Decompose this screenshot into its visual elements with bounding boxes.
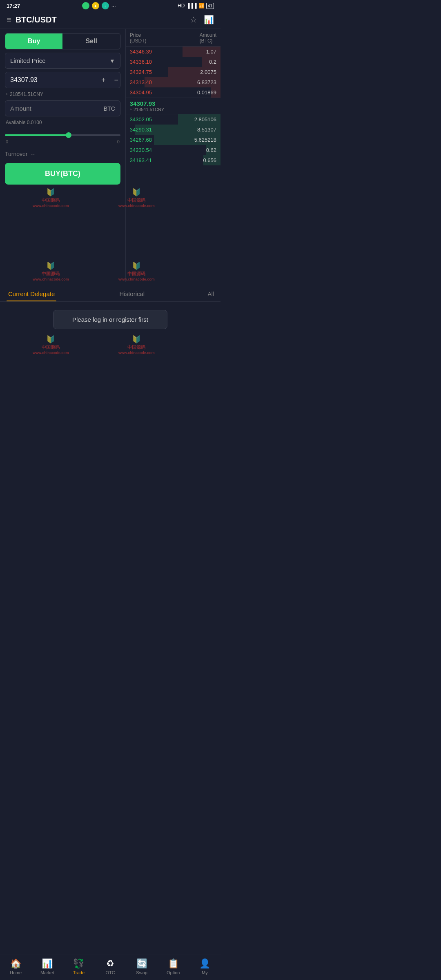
bid-amount: 2.805106 [194, 116, 216, 122]
slider-thumb[interactable] [66, 132, 71, 138]
ask-amount: 6.83723 [197, 79, 216, 85]
header-icons: ☆ 📊 [190, 15, 214, 24]
turnover-row: Turnover -- [5, 150, 120, 158]
bid-amount: 0.656 [203, 157, 216, 163]
hd-badge: HD [178, 3, 185, 9]
header-left: ≡ BTC/USDT [7, 15, 57, 24]
bid-price: 34193.41 [130, 157, 152, 163]
bid-amount: 0.62 [206, 147, 216, 153]
page-title: BTC/USDT [16, 15, 57, 24]
chevron-down-icon: ▼ [109, 58, 115, 64]
status-right: HD ▐▐▐ 📶 41 [178, 3, 214, 9]
page-header: ≡ BTC/USDT ☆ 📊 [0, 11, 220, 29]
ask-amount: 2.0075 [200, 69, 216, 75]
ask-amount: 1.07 [206, 49, 216, 55]
delegate-tabs: Current Delegate Historical All [0, 286, 220, 302]
price-input-row: + − [5, 72, 120, 88]
ask-row: 34313.40 6.83723 [126, 77, 220, 87]
delegate-section: Current Delegate Historical All Please l… [0, 282, 220, 341]
ask-row: 34346.39 1.07 [126, 47, 220, 57]
price-column-header: Price(USDT) [130, 32, 147, 44]
available-balance: Available 0.0100 [5, 120, 120, 125]
buy-btc-button[interactable]: BUY(BTC) [5, 163, 120, 185]
amount-slider[interactable]: 0 0 [5, 129, 120, 147]
slider-ticks: 0 0 [5, 139, 120, 144]
price-input[interactable] [5, 72, 97, 88]
more-icon: ··· [111, 3, 116, 9]
sell-tab[interactable]: Sell [62, 33, 120, 49]
historical-tab[interactable]: Historical [118, 286, 146, 301]
bid-row: 34290.31 8.51307 [126, 125, 220, 135]
bid-amount: 5.625218 [194, 137, 216, 143]
battery-indicator: 41 [206, 3, 214, 9]
amount-column-header: Amount(BTC) [200, 32, 216, 44]
status-icons: ● ● ↓ ··· [82, 2, 116, 9]
amount-input-row[interactable]: Amount BTC [5, 100, 120, 116]
amount-unit: BTC [104, 105, 115, 112]
ask-row: 34304.95 0.01869 [126, 87, 220, 98]
main-container: Buy Sell Limited Price ▼ + − ≈ 218541.51… [0, 29, 220, 282]
signal-icon: ▐▐▐ [186, 3, 197, 9]
left-panel: Buy Sell Limited Price ▼ + − ≈ 218541.51… [0, 29, 126, 282]
available-value: 0.0100 [27, 120, 42, 125]
ask-amount: 0.01869 [197, 89, 216, 96]
status-bar: 17:27 ● ● ↓ ··· HD ▐▐▐ 📶 41 [0, 0, 220, 11]
bid-row: 34193.41 0.656 [126, 155, 220, 165]
mid-price-row: 34307.93 ≈ 218541.51CNY [126, 98, 220, 114]
current-delegate-tab[interactable]: Current Delegate [7, 286, 56, 301]
ask-price: 34304.95 [130, 89, 152, 96]
ask-rows: 34346.39 1.07 34336.10 0.2 34324.75 2.00… [126, 47, 220, 98]
ask-price: 34336.10 [130, 59, 152, 65]
bid-row: 34302.05 2.805106 [126, 114, 220, 125]
wifi-icon: 📶 [198, 3, 205, 9]
turnover-label: Turnover [5, 151, 28, 157]
mid-price: 34307.93 [130, 100, 156, 107]
ask-price: 34324.75 [130, 69, 152, 75]
ask-row: 34324.75 2.0075 [126, 67, 220, 77]
price-stepper: + − [97, 73, 120, 88]
bid-amount: 8.51307 [197, 127, 216, 133]
chart-button[interactable]: 📊 [204, 15, 214, 24]
cny-equivalent: ≈ 218541.51CNY [5, 91, 120, 97]
bid-price: 34230.54 [130, 147, 152, 153]
bottom-spacer [0, 341, 220, 374]
bid-price: 34290.31 [130, 127, 152, 133]
ask-price: 34346.39 [130, 49, 152, 55]
bid-row: 34267.68 5.625218 [126, 135, 220, 145]
slider-track [5, 134, 120, 136]
price-increase-button[interactable]: + [97, 73, 110, 88]
notification-icon-3: ↓ [102, 2, 109, 9]
order-book-header: Price(USDT) Amount(BTC) [126, 29, 220, 47]
slider-max: 0 [117, 139, 120, 144]
all-link[interactable]: All [207, 291, 214, 297]
login-prompt: Please log in or register first [53, 310, 167, 329]
ask-row: 34336.10 0.2 [126, 57, 220, 67]
price-type-dropdown[interactable]: Limited Price ▼ [5, 53, 120, 69]
price-decrease-button[interactable]: − [110, 73, 120, 88]
notification-icon-2: ● [92, 2, 99, 9]
buy-sell-tabs: Buy Sell [5, 33, 120, 49]
bid-rows: 34302.05 2.805106 34290.31 8.51307 34267… [126, 114, 220, 165]
available-label: Available [6, 120, 25, 125]
notification-icon-1: ● [82, 2, 89, 9]
turnover-value: -- [31, 151, 35, 157]
amount-label: Amount [10, 105, 31, 112]
order-book: Price(USDT) Amount(BTC) 34346.39 1.07 34… [126, 29, 220, 282]
ask-amount: 0.2 [209, 59, 216, 65]
bid-row: 34230.54 0.62 [126, 145, 220, 155]
slider-fill [5, 134, 69, 136]
slider-min: 0 [6, 139, 8, 144]
favorite-button[interactable]: ☆ [190, 15, 197, 24]
bid-price: 34302.05 [130, 116, 152, 122]
menu-button[interactable]: ≡ [7, 15, 11, 24]
mid-cny: ≈ 218541.51CNY [130, 107, 164, 112]
ask-price: 34313.40 [130, 79, 152, 85]
buy-tab[interactable]: Buy [5, 33, 62, 49]
status-time: 17:27 [7, 3, 20, 9]
dropdown-label: Limited Price [10, 57, 46, 64]
bid-price: 34267.68 [130, 137, 152, 143]
